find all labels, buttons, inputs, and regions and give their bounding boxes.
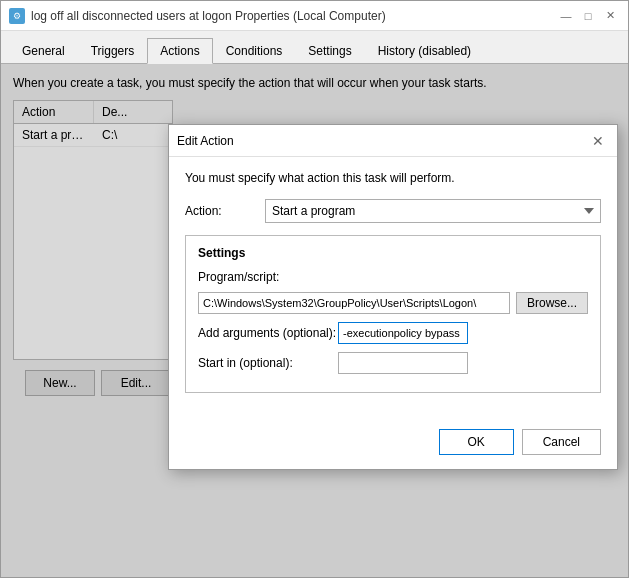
dialog-intro: You must specify what action this task w… [185,171,601,185]
program-input[interactable] [198,292,510,314]
dialog-close-button[interactable]: ✕ [587,130,609,152]
arguments-label: Add arguments (optional): [198,326,338,340]
dialog-footer: OK Cancel [169,419,617,469]
program-input-row: Browse... [198,292,588,314]
edit-action-dialog: Edit Action ✕ You must specify what acti… [168,124,618,470]
tab-settings[interactable]: Settings [295,38,364,64]
settings-title: Settings [198,246,588,260]
program-input-group: Browse... [198,292,588,314]
modal-overlay: Edit Action ✕ You must specify what acti… [1,64,628,577]
arguments-row: Add arguments (optional): [198,322,588,344]
arguments-input[interactable] [338,322,468,344]
tab-triggers[interactable]: Triggers [78,38,148,64]
action-label: Action: [185,204,265,218]
tab-actions[interactable]: Actions [147,38,212,64]
ok-button[interactable]: OK [439,429,514,455]
dialog-content: You must specify what action this task w… [169,157,617,419]
program-label: Program/script: [198,270,338,284]
action-row: Action: Start a program [185,199,601,223]
window-title: log off all disconnected users at logon … [31,9,386,23]
browse-button[interactable]: Browse... [516,292,588,314]
maximize-button[interactable]: □ [578,6,598,26]
tab-history[interactable]: History (disabled) [365,38,484,64]
title-bar: ⚙ log off all disconnected users at logo… [1,1,628,31]
cancel-button[interactable]: Cancel [522,429,601,455]
tab-general[interactable]: General [9,38,78,64]
title-bar-controls: — □ ✕ [556,6,620,26]
startin-label: Start in (optional): [198,356,338,370]
minimize-button[interactable]: — [556,6,576,26]
tab-bar: General Triggers Actions Conditions Sett… [1,31,628,64]
window-icon: ⚙ [9,8,25,24]
program-row: Program/script: [198,270,588,284]
startin-input[interactable] [338,352,468,374]
startin-row: Start in (optional): [198,352,588,374]
action-select[interactable]: Start a program [265,199,601,223]
dialog-title: Edit Action [177,134,234,148]
settings-section: Settings Program/script: Browse... [185,235,601,393]
tab-conditions[interactable]: Conditions [213,38,296,64]
title-bar-left: ⚙ log off all disconnected users at logo… [9,8,386,24]
dialog-titlebar: Edit Action ✕ [169,125,617,157]
content-area: When you create a task, you must specify… [1,64,628,577]
main-window: ⚙ log off all disconnected users at logo… [0,0,629,578]
close-window-button[interactable]: ✕ [600,6,620,26]
